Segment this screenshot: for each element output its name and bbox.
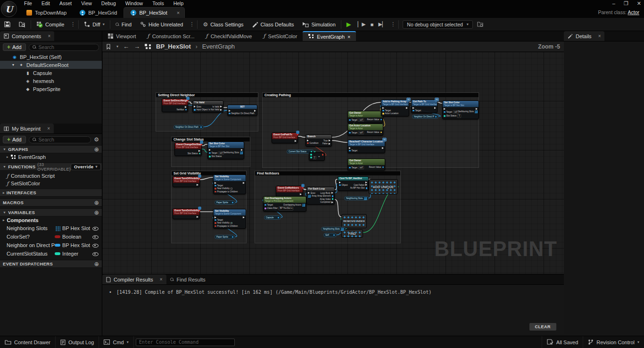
data-pin[interactable] <box>232 202 233 203</box>
data-pin[interactable] <box>215 191 216 193</box>
exec-pin[interactable] <box>329 143 330 145</box>
exec-pin[interactable] <box>229 110 231 112</box>
unreal-logo-icon[interactable]: U <box>1 1 17 17</box>
node-set-slot-color[interactable]: Set Slot ColorTarget is BP Hex SlotTarge… <box>442 100 479 119</box>
exec-pin[interactable] <box>307 140 309 141</box>
eventgraph-item[interactable]: ▸ EventGraph <box>0 153 102 161</box>
data-pin[interactable] <box>307 142 309 144</box>
close-icon[interactable]: × <box>160 277 163 282</box>
class-settings-button[interactable]: ⚙Class Settings <box>198 18 248 31</box>
data-pin[interactable] <box>349 167 351 169</box>
data-pin[interactable] <box>194 109 196 111</box>
exec-pin[interactable] <box>339 182 341 183</box>
add-graph-icon[interactable]: ⊕ <box>94 146 99 153</box>
data-pin[interactable] <box>380 119 382 121</box>
graph-canvas[interactable]: BLUEPRINT Setting Direct NeighborCreatin… <box>102 52 564 274</box>
node-set-slot-color[interactable]: Set Slot ColorTarget is BP Hex SlotTarge… <box>207 141 244 159</box>
data-pin[interactable] <box>382 166 384 168</box>
exec-pin[interactable] <box>349 147 351 149</box>
tab-components[interactable]: Components × <box>0 31 54 41</box>
pin-value[interactable]: self <box>358 131 364 134</box>
close-icon[interactable]: × <box>598 33 601 39</box>
data-pin[interactable] <box>215 188 216 190</box>
menu-file[interactable]: File <box>20 0 36 7</box>
diff-button[interactable]: Diff▾ <box>80 18 108 31</box>
node-set-visibility[interactable]: Set VisibilityTarget is Scene ComponentT… <box>213 209 246 229</box>
node-event-turnoffvisibility[interactable]: Event TurnOffVisibilityFrom BP Grid Inte… <box>173 176 200 187</box>
close-button[interactable]: ✕ <box>637 0 641 7</box>
debug-object-dropdown[interactable]: No debug object selected▾ <box>403 20 473 29</box>
hide-unrelated-kebab[interactable]: ⋮ <box>187 21 196 27</box>
node-get-owner[interactable]: Get OwnerTarget is ActorTargetselfReturn… <box>347 111 383 123</box>
node-get-path-to[interactable]: ✉Get Path ToTarget is BP Grid InterfaceT… <box>411 99 438 113</box>
save-button[interactable] <box>0 18 15 31</box>
data-pin[interactable] <box>264 204 266 206</box>
exec-pin[interactable] <box>197 216 198 218</box>
console-command-input[interactable]: Enter Console Command <box>136 339 235 346</box>
simulation-button[interactable]: Simulation <box>298 18 339 31</box>
getter-node-neighbor-on-direct-path[interactable]: Neighbor On Direct Path <box>173 125 204 129</box>
component-row-capsule[interactable]: ▮Capsule <box>0 69 102 77</box>
data-pin[interactable] <box>264 207 266 209</box>
node-[interactable]: 3= <box>309 152 325 161</box>
variable-row-neighboring-slots[interactable]: Neighboring SlotsBP Hex Slot <box>0 224 102 232</box>
add-dispatcher-icon[interactable]: ⊕ <box>94 261 99 267</box>
all-saved-button[interactable]: All Saved <box>542 336 583 348</box>
getter-node-paper-sprite[interactable]: Paper Sprite <box>215 200 235 205</box>
close-icon[interactable]: × <box>47 126 50 131</box>
maximize-button[interactable]: ❐ <box>624 0 628 7</box>
getter-node-neighbor-on-direct-path[interactable]: Neighbor On Direct Path <box>412 115 438 119</box>
exec-pin[interactable] <box>308 192 310 194</box>
content-drawer-button[interactable]: Content Drawer <box>0 336 56 348</box>
data-pin[interactable] <box>332 198 334 200</box>
asset-tab-bp-hexgrid[interactable]: BP_HexGrid <box>73 7 124 18</box>
component-row-papersprite[interactable]: ◆PaperSprite <box>0 85 102 93</box>
expand-arrow-icon[interactable]: ▼ <box>10 63 16 66</box>
menu-edit[interactable]: Edit <box>37 0 54 7</box>
getter-node-self[interactable]: Self <box>323 233 337 237</box>
array-pin[interactable] <box>341 228 344 231</box>
data-pin[interactable] <box>332 195 334 197</box>
tab-my-blueprint[interactable]: My Blueprint × <box>0 124 54 133</box>
play-button[interactable]: ▶ <box>342 18 355 31</box>
pin-checkbox[interactable]: ✓ <box>231 222 233 224</box>
graph-tab-checkifvalidmove[interactable]: ƒCheckIfValidMove <box>200 31 258 41</box>
exec-pin[interactable] <box>243 216 245 218</box>
exec-pin[interactable] <box>434 107 436 109</box>
array-node-add-unique[interactable]: ADD UNIQUE <box>369 179 398 194</box>
bookmark-chevron-icon[interactable]: ▾ <box>116 44 118 49</box>
data-pin[interactable] <box>349 119 351 121</box>
find-button[interactable]: Find <box>111 18 136 31</box>
data-pin[interactable] <box>366 187 368 189</box>
getter-node-paper-sprite[interactable]: Paper Sprite <box>215 235 235 239</box>
data-pin[interactable] <box>382 110 384 112</box>
data-pin[interactable] <box>215 219 216 221</box>
data-pin[interactable] <box>349 150 351 152</box>
function-item-construction-script[interactable]: ƒConstruction Script <box>0 172 102 180</box>
stop-button[interactable]: ■ <box>368 18 376 31</box>
exec-pin[interactable] <box>254 110 256 112</box>
data-pin[interactable] <box>382 113 384 115</box>
node-get-actor-location[interactable]: Get Actor LocationTarget is ActorTargets… <box>347 124 383 136</box>
data-pin[interactable] <box>380 132 382 133</box>
play-options-kebab[interactable]: ⋮ <box>388 21 397 27</box>
data-pin[interactable] <box>199 153 201 155</box>
close-icon[interactable]: × <box>48 33 50 39</box>
exec-pin[interactable] <box>215 216 216 218</box>
hide-unrelated-button[interactable]: Hide Unrelated <box>136 18 187 31</box>
variable-row-colorset[interactable]: ColorSet?Boolean <box>0 232 102 241</box>
frame-skip-button[interactable]: ▏▶ <box>355 18 368 31</box>
function-item-setslotcolor[interactable]: ƒSetSlotColor <box>0 180 102 187</box>
variables-components-group[interactable]: ▸Components <box>0 216 102 224</box>
node-get-overlapping-actors[interactable]: Get Overlapping ActorsTarget is Primitiv… <box>263 196 306 212</box>
menu-debug[interactable]: Debug <box>97 0 120 7</box>
forward-button[interactable]: → <box>134 43 140 50</box>
variable-row-currentslotstatus[interactable]: CurrentSlotStatusInteger <box>0 249 102 258</box>
node-reached-character-location[interactable]: ✉Reached? Character LocationTarget is BP… <box>347 140 385 153</box>
menu-asset[interactable]: Asset <box>55 0 76 7</box>
graph-tab-viewport[interactable]: Viewport <box>102 31 142 41</box>
back-button[interactable]: ← <box>123 43 129 50</box>
exec-pin[interactable] <box>209 149 211 151</box>
data-pin[interactable] <box>435 116 437 117</box>
add-macro-icon[interactable]: ⊕ <box>94 199 99 206</box>
